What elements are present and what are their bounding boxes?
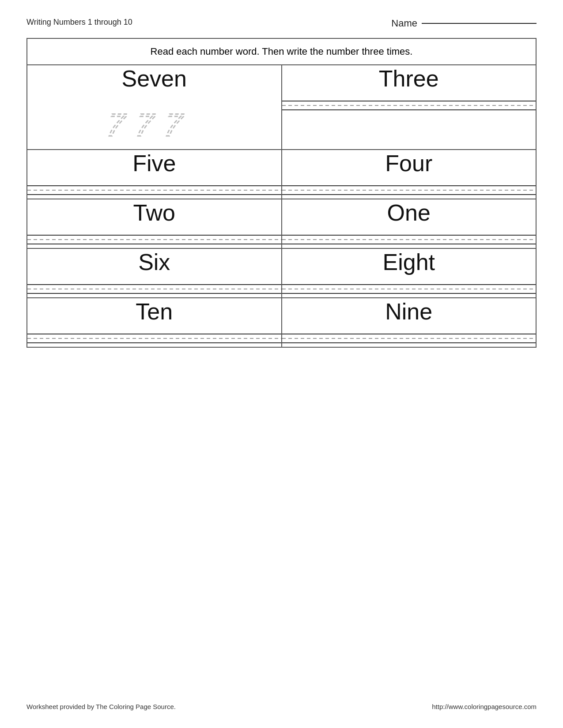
word-eight: Eight: [282, 249, 536, 275]
dashed-line: [282, 105, 536, 106]
row-six-eight: Six Eight: [27, 248, 536, 298]
cell-three: Three: [282, 65, 537, 150]
writing-lines-eight: [282, 284, 536, 294]
writing-lines-four: [282, 185, 536, 195]
solid-line: [27, 194, 281, 195]
solid-line: [282, 342, 536, 343]
solid-line: [282, 101, 536, 101]
solid-line: [282, 109, 536, 110]
writing-lines-ten: [27, 334, 281, 343]
solid-line: [27, 342, 281, 343]
solid-line: [282, 334, 536, 334]
solid-line: [282, 293, 536, 294]
writing-lines-one: [282, 235, 536, 244]
writing-lines-five: [27, 185, 281, 195]
cell-two: Two: [27, 199, 282, 248]
dashed-line: [282, 338, 536, 339]
word-nine: Nine: [282, 298, 536, 325]
page-footer: Worksheet provided by The Coloring Page …: [26, 703, 537, 710]
name-label: Name: [391, 18, 417, 29]
cell-eight: Eight: [282, 248, 537, 298]
name-underline: [422, 23, 537, 24]
word-two: Two: [27, 199, 281, 226]
solid-line: [27, 293, 281, 294]
solid-line: [282, 194, 536, 195]
solid-line: [282, 284, 536, 285]
writing-lines-six: [27, 284, 281, 294]
worksheet-table: Read each number word. Then write the nu…: [26, 38, 537, 348]
footer-left: Worksheet provided by The Coloring Page …: [26, 703, 176, 710]
writing-lines-two: [27, 235, 281, 244]
svg-text:7: 7: [162, 107, 186, 143]
word-five: Five: [27, 150, 281, 176]
svg-text:7: 7: [106, 107, 128, 143]
dashed-line: [282, 239, 536, 240]
word-ten: Ten: [27, 298, 281, 325]
cell-four: Four: [282, 150, 537, 199]
word-four: Four: [282, 150, 536, 176]
instruction-row: Read each number word. Then write the nu…: [27, 38, 536, 65]
row-ten-nine: Ten Nine: [27, 298, 536, 347]
worksheet-title: Writing Numbers 1 through 10: [26, 18, 132, 27]
dashed-line: [27, 239, 281, 240]
row-seven-three: Seven 7 7 7 Three: [27, 65, 536, 150]
solid-line: [27, 235, 281, 236]
svg-text:7: 7: [133, 107, 157, 143]
word-seven: Seven: [27, 65, 281, 92]
cell-ten: Ten: [27, 298, 282, 347]
dashed-line: [27, 190, 281, 191]
word-six: Six: [27, 249, 281, 275]
seven-trace: 7 7 7: [27, 101, 281, 145]
writing-lines-three: [282, 101, 536, 110]
word-one: One: [282, 199, 536, 226]
seven-trace-svg: 7 7 7: [106, 103, 203, 143]
dashed-line: [27, 338, 281, 339]
solid-line: [27, 185, 281, 186]
cell-seven: Seven 7 7 7: [27, 65, 282, 150]
footer-right: http://www.coloringpagesource.com: [432, 703, 537, 710]
cell-one: One: [282, 199, 537, 248]
page-header: Writing Numbers 1 through 10 Name: [26, 18, 537, 29]
solid-line: [27, 334, 281, 334]
dashed-line: [27, 289, 281, 289]
solid-line: [282, 244, 536, 244]
row-five-four: Five Four: [27, 150, 536, 199]
row-two-one: Two One: [27, 199, 536, 248]
cell-five: Five: [27, 150, 282, 199]
cell-nine: Nine: [282, 298, 537, 347]
word-three: Three: [282, 65, 536, 92]
writing-lines-nine: [282, 334, 536, 343]
name-line-area: Name: [391, 18, 537, 29]
cell-six: Six: [27, 248, 282, 298]
dashed-line: [282, 190, 536, 191]
solid-line: [282, 235, 536, 236]
dashed-line: [282, 289, 536, 289]
solid-line: [27, 244, 281, 244]
solid-line: [282, 185, 536, 186]
instruction-cell: Read each number word. Then write the nu…: [27, 38, 536, 65]
solid-line: [27, 284, 281, 285]
